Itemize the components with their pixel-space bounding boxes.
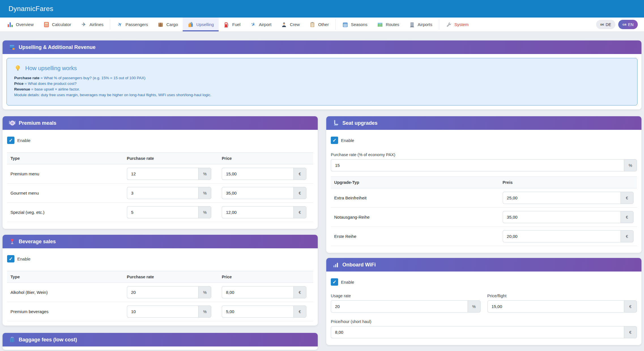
column-header-type: Type xyxy=(7,271,123,283)
upselling-overview-card: Upselling & Additional Revenue How upsel… xyxy=(3,40,641,109)
tab-passengers[interactable]: ✈ Passengers xyxy=(112,18,153,31)
left-column: Premium meals Enable Type Purchase rate … xyxy=(3,116,318,350)
tab-fuel[interactable]: Fuel xyxy=(219,18,245,31)
card-title: Onboard WiFi xyxy=(342,262,376,268)
airplane-departure-icon: ✈ xyxy=(117,21,123,28)
onboard-wifi-enable-checkbox[interactable] xyxy=(331,278,338,286)
infobox-heading: How upselling works xyxy=(14,64,630,72)
premium-meals-enable-checkbox[interactable] xyxy=(7,137,14,144)
price-input[interactable] xyxy=(503,211,620,223)
purchase-rate-input[interactable] xyxy=(127,305,199,318)
table-row: Spezial (veg. etc.) % € xyxy=(7,203,313,222)
signal-bars-icon xyxy=(332,261,339,268)
suitcase-icon xyxy=(9,336,16,343)
premium-meals-table: Type Purchase rate Price Premium menu % … xyxy=(7,152,313,222)
baggage-fees-header: Baggage fees (low cost) xyxy=(3,333,318,346)
calendar-icon xyxy=(342,21,348,28)
fuel-pump-icon xyxy=(223,21,230,28)
table-row: Alkohol (Bier, Wein) % € xyxy=(7,283,313,302)
tab-overview[interactable]: Overview xyxy=(2,18,39,31)
euro-suffix: € xyxy=(293,286,306,298)
tab-cargo[interactable]: Cargo xyxy=(153,18,183,31)
tab-crew[interactable]: Crew xyxy=(276,18,304,31)
column-header-type: Type xyxy=(7,153,123,164)
price-input[interactable] xyxy=(222,286,293,298)
usage-rate-input[interactable] xyxy=(331,300,468,313)
purchase-rate-input[interactable] xyxy=(127,168,199,180)
tab-calculator[interactable]: Calculator xyxy=(39,18,76,31)
price-input[interactable] xyxy=(503,192,620,204)
price-hour-label: Price/hour (short haul) xyxy=(331,319,637,324)
euro-suffix: € xyxy=(293,305,306,318)
how-upselling-works-infobox: How upselling works Purchase rate = What… xyxy=(7,58,637,105)
price-flight-input[interactable] xyxy=(487,300,624,313)
price-input[interactable] xyxy=(222,187,293,199)
purchase-rate-input[interactable] xyxy=(127,286,199,298)
row-type-label: Erste Reihe xyxy=(331,227,499,246)
tab-airport[interactable]: ✈ Airport xyxy=(245,18,276,31)
tab-airlines[interactable]: ✈ Airlines xyxy=(76,18,108,31)
purchase-rate-input[interactable] xyxy=(127,206,199,218)
tab-routes[interactable]: Routes xyxy=(372,18,404,31)
row-type-label: Notausgang-Reihe xyxy=(331,208,499,227)
bar-chart-icon xyxy=(7,21,13,28)
tab-label: Other xyxy=(318,22,329,27)
info-line-revenue: Revenue = base upsell × airline factor. xyxy=(14,87,630,92)
nav-divider xyxy=(439,19,439,30)
wine-glass-icon xyxy=(9,238,16,245)
beverage-sales-enable-checkbox[interactable] xyxy=(7,255,14,262)
clipboard-icon xyxy=(309,21,315,28)
tab-label: Calculator xyxy=(52,22,71,27)
enable-label: Enable xyxy=(17,138,31,143)
seat-upgrades-table: Upgrade-Typ Preis Extra Beinfreiheit € N… xyxy=(331,176,637,246)
tab-system[interactable]: System xyxy=(441,18,474,31)
usage-rate-label: Usage rate xyxy=(331,294,481,298)
language-en-button[interactable]: GB EN xyxy=(618,20,638,29)
seat-upgrades-header: Seat upgrades xyxy=(326,116,641,130)
language-switcher: DE DE GB EN xyxy=(596,18,642,31)
nav-divider xyxy=(335,19,336,30)
euro-suffix: € xyxy=(624,300,637,313)
price-flight-field: Price/flight € xyxy=(487,294,637,313)
price-input[interactable] xyxy=(222,206,293,218)
euro-suffix: € xyxy=(620,211,634,223)
language-de-button[interactable]: DE DE xyxy=(596,20,615,29)
card-title: Seat upgrades xyxy=(342,120,378,126)
app-header: DynamicFares xyxy=(0,0,644,18)
page-banner: Upselling & Additional Revenue xyxy=(3,40,641,54)
column-header-purchase-rate: Purchase rate xyxy=(123,271,218,283)
price-hour-input[interactable] xyxy=(331,326,624,338)
euro-suffix: € xyxy=(293,206,306,218)
price-input[interactable] xyxy=(222,168,293,180)
enable-label: Enable xyxy=(341,280,354,285)
table-row: Gourmet menu % € xyxy=(7,184,313,203)
main-nav: Overview Calculator ✈ Airlines ✈ Passeng… xyxy=(0,18,644,32)
percent-suffix: % xyxy=(624,159,637,171)
seat-purchase-rate-input[interactable] xyxy=(331,159,624,171)
airplane-arrival-icon: ✈ xyxy=(250,21,256,28)
seat-upgrades-enable-checkbox[interactable] xyxy=(331,137,338,144)
calculator-icon xyxy=(43,21,50,28)
tab-airports[interactable]: Airports xyxy=(404,18,437,31)
card-title: Beverage sales xyxy=(19,239,56,245)
tab-label: Overview xyxy=(16,22,34,27)
table-row: Extra Beinfreiheit € xyxy=(331,188,637,208)
price-input[interactable] xyxy=(503,230,620,242)
tab-seasons[interactable]: Seasons xyxy=(337,18,372,31)
infobox-title: How upselling works xyxy=(25,65,77,72)
wrench-icon xyxy=(446,21,452,28)
column-header-upgrade-typ: Upgrade-Typ xyxy=(331,177,499,188)
tab-upselling[interactable]: Upselling xyxy=(183,18,219,31)
row-type-label: Extra Beinfreiheit xyxy=(331,188,499,208)
onboard-wifi-header: Onboard WiFi xyxy=(326,258,641,272)
shopping-bags-icon xyxy=(187,21,194,28)
seat-upgrades-card: Seat upgrades Enable Purchase rate (% of… xyxy=(326,116,641,253)
seat-icon xyxy=(332,120,339,126)
right-column: Seat upgrades Enable Purchase rate (% of… xyxy=(326,116,641,345)
enable-label: Enable xyxy=(341,138,354,143)
price-input[interactable] xyxy=(222,305,293,318)
percent-suffix: % xyxy=(198,206,211,218)
purchase-rate-input[interactable] xyxy=(127,187,199,199)
tab-other[interactable]: Other xyxy=(304,18,334,31)
row-type-label: Premium beverages xyxy=(7,302,123,321)
